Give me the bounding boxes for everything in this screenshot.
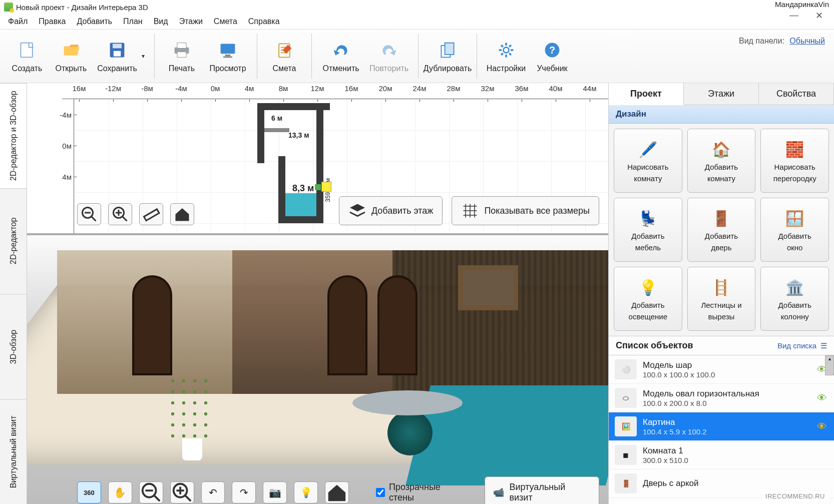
add-door-button[interactable]: 🚪Добавитьдверь (687, 198, 756, 262)
list-view-mode[interactable]: Вид списка ☰ (777, 341, 827, 350)
panel-mode-link[interactable]: Обычный (789, 37, 825, 45)
create-button[interactable]: Создать (7, 36, 47, 76)
door-object (132, 275, 172, 375)
add-floor-button[interactable]: Добавить этаж (339, 196, 443, 225)
rotate-left-button[interactable]: ↶ (201, 481, 225, 503)
add-furniture-button[interactable]: 💺Добавитьмебель (614, 198, 682, 262)
rotate-right-button[interactable]: ↷ (232, 481, 256, 503)
table-object (352, 390, 463, 415)
room-icon: ◼ (615, 445, 637, 465)
redo-button[interactable]: Повторить (367, 36, 411, 76)
duplicate-button[interactable]: Дублировать (426, 36, 470, 76)
lighting-button[interactable]: 💡 (294, 481, 318, 503)
draw-partition-button[interactable]: 🧱Нарисоватьперегородку (760, 129, 829, 193)
chair-icon: 💺 (637, 208, 658, 229)
minimize-button[interactable]: — (789, 10, 798, 21)
wall-icon: 🧱 (784, 139, 805, 160)
zoom-in-button[interactable] (108, 203, 132, 225)
help-icon: ? (541, 39, 563, 61)
close-button[interactable]: ✕ (815, 10, 823, 21)
add-room-button[interactable]: 🏠Добавитькомнату (687, 129, 756, 193)
svg-rect-7 (221, 44, 235, 54)
plant-object (167, 370, 212, 460)
menu-floors[interactable]: Этажи (174, 15, 208, 28)
door-object (377, 275, 418, 375)
plan-2d-view[interactable]: 16м -12м -8м -4м 0м 4м 8м 12м 16м 20м 24… (27, 83, 608, 233)
pencil-icon: 🖊️ (637, 139, 658, 160)
help-button[interactable]: ? Учебник (532, 36, 572, 76)
left-tab-2d3d[interactable]: 2D-редактор и 3D-обзор (0, 83, 27, 188)
object-list-header: Список объектов (616, 340, 693, 351)
list-item-selected[interactable]: 🖼️ Картина100.4 x 5.9 x 100.2 👁 (609, 412, 834, 441)
transparent-walls-checkbox[interactable]: Прозрачные стены (376, 482, 468, 503)
undo-icon (330, 39, 352, 61)
menu-add[interactable]: Добавить (72, 15, 117, 28)
add-column-button[interactable]: 🏛️Добавитьколонну (760, 267, 829, 331)
pan-button[interactable]: ✋ (108, 481, 132, 503)
home-3d-button[interactable] (325, 481, 349, 503)
save-dropdown[interactable]: ▾ (139, 41, 147, 71)
list-item[interactable]: ⚪ Модель шар100.0 x 100.0 x 100.0 👁 (609, 355, 834, 384)
tab-properties[interactable]: Свойства (759, 83, 834, 105)
zoom-in-3d-button[interactable] (170, 481, 194, 503)
svg-rect-12 (445, 43, 454, 55)
tab-floors[interactable]: Этажи (684, 83, 759, 105)
zoom-out-3d-button[interactable] (139, 481, 163, 503)
object-list: ⚪ Модель шар100.0 x 100.0 x 100.0 👁 ⬭ Мо… (609, 355, 834, 504)
visibility-icon[interactable]: 👁 (817, 392, 827, 404)
save-button[interactable]: Сохранить (95, 36, 139, 76)
arch-door-icon: 🚪 (615, 473, 637, 493)
visibility-icon[interactable]: 👁 (817, 421, 827, 432)
window-title: Новый проект - Дизайн Интерьера 3D (16, 3, 148, 12)
view-3d[interactable]: 360 ✋ ↶ ↷ 📷 💡 Прозрачные стены 📹 Виртуал… (27, 233, 608, 504)
svg-text:?: ? (549, 45, 555, 56)
undo-button[interactable]: Отменить (319, 36, 363, 76)
estimate-button[interactable]: Смета (264, 36, 304, 76)
ruler-vertical: -4м 0м 4м (62, 99, 74, 233)
titlebar: Новый проект - Дизайн Интерьера 3D Манда… (0, 0, 834, 14)
menu-help[interactable]: Справка (243, 15, 285, 28)
stairs-button[interactable]: 🪜Лестницы ивырезы (687, 267, 756, 331)
left-tab-virtual[interactable]: Виртуальный визит (0, 399, 27, 504)
list-item[interactable]: ⬭ Модель овал горизонтальная100.0 x 200.… (609, 384, 834, 412)
draw-room-button[interactable]: 🖊️Нарисоватькомнату (614, 129, 682, 193)
redo-icon (378, 39, 400, 61)
add-lighting-button[interactable]: 💡Добавитьосвещение (614, 267, 682, 331)
snapshot-button[interactable]: 📷 (263, 481, 287, 503)
scrollbar[interactable]: ▴ (825, 355, 834, 375)
painting-icon: 🖼️ (615, 416, 637, 436)
menu-file[interactable]: Файл (3, 15, 33, 28)
menu-plan[interactable]: План (118, 15, 148, 28)
design-section-header: Дизайн (609, 105, 834, 124)
preview-button[interactable]: Просмотр (206, 36, 250, 76)
zoom-out-button[interactable] (77, 203, 101, 225)
door-icon: 🚪 (711, 208, 732, 229)
menu-view[interactable]: Вид (149, 15, 173, 28)
camera-icon: 📹 (493, 487, 504, 498)
menu-estimate[interactable]: Смета (209, 15, 242, 28)
menu-edit[interactable]: Правка (34, 15, 71, 28)
measure-button[interactable] (139, 203, 163, 225)
svg-rect-0 (21, 43, 32, 58)
open-button[interactable]: Открыть (51, 36, 91, 76)
add-window-button[interactable]: 🪟Добавитьокно (760, 198, 829, 262)
settings-button[interactable]: Настройки (484, 36, 528, 76)
selection-marker[interactable] (321, 182, 331, 192)
left-tab-3d[interactable]: 3D-обзор (0, 294, 27, 399)
list-item[interactable]: ◼ Комната 1300.0 x 510.0 (609, 441, 834, 469)
view360-button[interactable]: 360 (77, 481, 101, 503)
svg-rect-8 (225, 55, 231, 57)
window-controls: — ✕ (789, 10, 823, 21)
svg-rect-9 (223, 57, 232, 58)
duplicate-icon (437, 39, 459, 61)
virtual-visit-button[interactable]: 📹 Виртуальный визит (485, 476, 599, 504)
room-add-icon: 🏠 (711, 139, 732, 160)
tab-project[interactable]: Проект (609, 83, 684, 105)
left-tab-2d[interactable]: 2D-редактор (0, 188, 27, 293)
save-icon (106, 39, 128, 61)
home-button[interactable] (170, 203, 194, 225)
door-object (327, 275, 367, 375)
floorplan[interactable]: 6 м 13,3 м 8,3 м 359,9 см (257, 103, 330, 223)
print-button[interactable]: Печать (162, 36, 202, 76)
show-dimensions-button[interactable]: Показывать все размеры (452, 196, 599, 225)
